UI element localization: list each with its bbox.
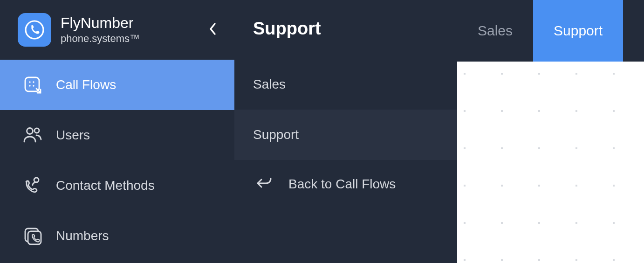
brand-text: FlyNumber phone.systems™	[61, 15, 195, 44]
users-icon	[22, 125, 43, 145]
topbar: Sales Support	[457, 0, 644, 62]
panel-item-label: Sales	[253, 77, 286, 91]
flow-canvas[interactable]	[457, 62, 644, 263]
svg-point-3	[33, 81, 34, 83]
collapse-sidebar-button[interactable]	[205, 18, 220, 42]
brand-subtitle: phone.systems™	[61, 33, 195, 45]
main-area: Sales Support	[457, 0, 644, 263]
primary-nav: Call Flows Users	[0, 60, 234, 261]
panel-item-support[interactable]: Support	[234, 110, 457, 160]
sidebar-item-numbers[interactable]: Numbers	[0, 211, 234, 261]
primary-sidebar: FlyNumber phone.systems™	[0, 0, 234, 263]
sidebar-item-users[interactable]: Users	[0, 110, 234, 160]
panel-header: Support	[234, 0, 457, 59]
panel-item-label: Support	[253, 127, 299, 142]
svg-point-5	[33, 85, 34, 86]
svg-point-0	[26, 21, 43, 39]
svg-point-4	[29, 85, 30, 86]
panel-back-label: Back to Call Flows	[288, 177, 396, 192]
tab-support[interactable]: Support	[533, 0, 623, 62]
sidebar-item-label: Contact Methods	[56, 178, 155, 193]
phone-icon	[24, 20, 45, 40]
call-flows-icon	[22, 75, 43, 95]
topbar-edge	[623, 0, 644, 62]
panel-item-sales[interactable]: Sales	[234, 59, 457, 110]
sidebar-item-label: Numbers	[56, 228, 109, 243]
sidebar-item-call-flows[interactable]: Call Flows	[0, 60, 234, 110]
tab-label: Sales	[478, 23, 513, 39]
contact-methods-icon	[22, 175, 43, 196]
brand-logo	[18, 13, 51, 47]
svg-point-8	[34, 178, 39, 182]
numbers-icon	[22, 226, 43, 246]
panel-title: Support	[253, 19, 457, 39]
tab-sales[interactable]: Sales	[457, 0, 533, 62]
chevron-left-icon	[208, 22, 217, 36]
panel-back-button[interactable]: Back to Call Flows	[234, 160, 457, 208]
tab-label: Support	[554, 23, 603, 39]
svg-point-6	[27, 128, 33, 134]
sidebar-item-label: Users	[56, 128, 90, 143]
brand-title: FlyNumber	[61, 15, 195, 31]
sidebar-item-contact-methods[interactable]: Contact Methods	[0, 160, 234, 211]
svg-point-2	[29, 81, 30, 83]
secondary-panel: Support Sales Support Back to Call Flows	[234, 0, 457, 263]
brand-row: FlyNumber phone.systems™	[0, 0, 234, 60]
svg-point-7	[34, 128, 39, 133]
back-arrow-icon	[256, 176, 273, 193]
sidebar-item-label: Call Flows	[56, 77, 116, 92]
